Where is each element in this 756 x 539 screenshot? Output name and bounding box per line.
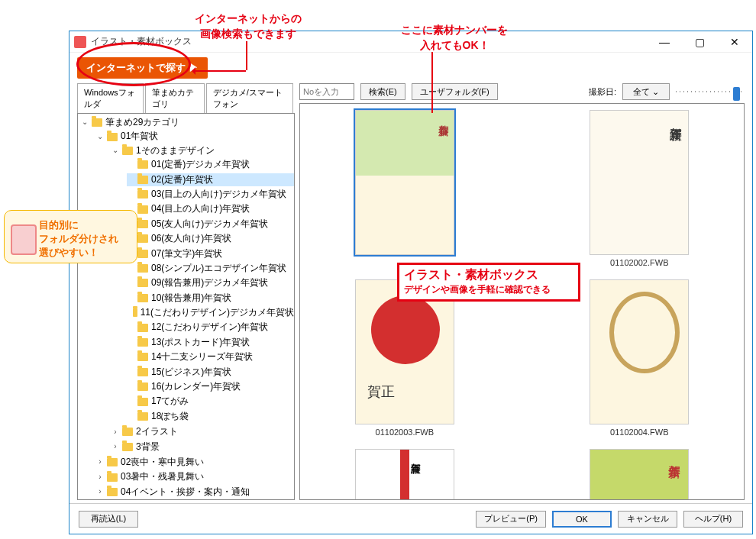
tree-leaf[interactable]: 09(報告兼用)デジカメ年賀状 (151, 276, 268, 289)
thumb-cell[interactable] (355, 449, 454, 500)
thumb-filename: 01102002.FWB (590, 258, 689, 267)
folder-icon (107, 458, 118, 466)
tree-leaf[interactable]: 04(目上の人向け)年賀状 (151, 202, 250, 215)
folder-icon (122, 443, 133, 451)
tree-node[interactable]: 01年賀状 (121, 130, 158, 143)
folder-icon (92, 118, 102, 127)
app-icon (74, 36, 86, 48)
folder-icon (107, 133, 118, 141)
tree-leaf[interactable]: 01(定番)デジカメ年賀状 (151, 158, 250, 171)
close-button[interactable]: ✕ (717, 31, 752, 53)
thumb-cell[interactable] (590, 449, 689, 500)
tree-leaf[interactable]: 10(報告兼用)年賀状 (151, 292, 231, 305)
search-row: 検索(E) ユーザフォルダ(F) 撮影日: 全て ⌄ (299, 83, 745, 103)
tree-node[interactable]: 03暑中・残暑見舞い (121, 470, 204, 483)
thumb-cell[interactable] (355, 110, 454, 267)
folder-icon (137, 294, 148, 302)
thumb-size-slider[interactable] (676, 87, 745, 96)
folder-icon (137, 412, 148, 421)
tree-node[interactable]: 3背景 (136, 441, 160, 453)
pointer-line (431, 52, 433, 113)
date-filter-select[interactable]: 全て ⌄ (622, 83, 670, 100)
thumb-cell[interactable]: 01102003.FWB (355, 279, 454, 437)
side-tip: 目的別に フォルダ分けされ 選びやすい！ (4, 210, 137, 263)
tab-fudemame-category[interactable]: 筆まめカテゴリ (145, 83, 205, 113)
number-input[interactable] (299, 83, 354, 100)
tree-leaf[interactable]: 16(カレンダー)年賀状 (151, 380, 241, 393)
tree-leaf[interactable]: 08(シンプル)エコデザイン年賀状 (151, 262, 286, 275)
folder-icon (137, 250, 148, 258)
thumbnail[interactable] (590, 110, 689, 255)
folder-icon (137, 190, 148, 198)
window-title: イラスト・素材ボックス (91, 35, 647, 48)
tree-leaf[interactable]: 12(こだわりデザイン)年賀状 (151, 321, 268, 334)
help-button[interactable]: ヘルプ(H) (683, 511, 743, 528)
folder-icon (122, 147, 133, 155)
folder-tree[interactable]: ⌄筆まめ29カテゴリ ⌄01年賀状 ⌄1そのままデザイン 01(定番)デジカメ年… (77, 113, 295, 500)
userfolder-button[interactable]: ユーザフォルダ(F) (412, 83, 498, 100)
folder-icon (137, 176, 148, 184)
folder-icon (107, 488, 118, 496)
left-panel: Windowsフォルダ 筆まめカテゴリ デジカメ/スマートフォン ⌄筆まめ29カ… (77, 83, 295, 500)
ok-button[interactable]: OK (552, 511, 612, 528)
folder-icon (137, 279, 148, 287)
tree-node[interactable]: 02喪中・寒中見舞い (121, 456, 204, 469)
thumb-cell[interactable]: 01102004.FWB (590, 279, 689, 437)
thumbnail[interactable] (355, 449, 454, 500)
tree-leaf[interactable]: 05(友人向け)デジカメ年賀状 (151, 218, 268, 231)
tree-node[interactable]: 2イラスト (136, 425, 178, 438)
tree-leaf[interactable]: 03(目上の人向け)デジカメ年賀状 (151, 188, 286, 201)
tree-leaf[interactable]: 13(ポストカード)年賀状 (151, 336, 250, 349)
thumbnail-grid[interactable]: 01102002.FWB 01102003.FWB 01102004.FWB (299, 103, 745, 500)
folder-icon (137, 234, 148, 243)
tree-leaf[interactable]: 06(友人向け)年賀状 (151, 232, 231, 245)
tree-leaf[interactable]: 17てがみ (151, 395, 189, 408)
reload-button[interactable]: 再読込(L) (79, 511, 138, 528)
callout-number: ここに素材ナンバーを 入れてもOK！ (393, 23, 515, 53)
folder-icon (137, 338, 148, 347)
tree-root[interactable]: 筆まめ29カテゴリ (105, 116, 179, 129)
thumbnail[interactable] (590, 279, 689, 424)
annotation-subtitle: デザインや画像を手軽に確認できる (404, 283, 573, 296)
dialog-footer: 再読込(L) プレビュー(P) OK キャンセル ヘルプ(H) (69, 503, 752, 534)
tree-leaf[interactable]: 07(筆文字)年賀状 (151, 247, 222, 260)
folder-icon (137, 368, 148, 376)
folder-icon (137, 382, 148, 391)
thumb-filename: 01102004.FWB (590, 428, 689, 437)
folder-icon (137, 264, 148, 273)
thumb-filename: 01102003.FWB (355, 428, 454, 437)
tree-node[interactable]: 04イベント・挨拶・案内・通知 (121, 486, 250, 499)
tree-leaf[interactable]: 15(ビジネス)年賀状 (151, 366, 231, 379)
maximize-button[interactable]: ▢ (682, 31, 717, 53)
thumb-cell[interactable]: 01102002.FWB (590, 110, 689, 267)
tree-leaf[interactable]: 11(こだわりデザイン)デジカメ年賀状 (141, 306, 294, 319)
folder-icon (137, 220, 148, 228)
folder-icon (137, 353, 148, 361)
folder-icon (133, 308, 137, 317)
source-tabs: Windowsフォルダ 筆まめカテゴリ デジカメ/スマートフォン (77, 83, 295, 113)
tree-leaf[interactable]: 18ぽち袋 (151, 410, 189, 423)
folder-icon (137, 398, 148, 406)
folder-icon (137, 160, 148, 169)
annotation-title: イラスト・素材ボックス (404, 267, 573, 283)
folder-icon (122, 428, 133, 436)
folder-icon (137, 205, 148, 214)
shoot-date-label: 撮影日: (589, 86, 616, 98)
annotation-box: イラスト・素材ボックス デザインや画像を手軽に確認できる (397, 263, 580, 302)
pointer-arrow (194, 70, 246, 72)
pointer-line (246, 41, 247, 70)
tab-camera[interactable]: デジカメ/スマートフォン (206, 83, 293, 113)
folder-icon (107, 473, 118, 482)
tree-node[interactable]: 1そのままデザイン (136, 144, 215, 157)
preview-button[interactable]: プレビュー(P) (476, 511, 546, 528)
cancel-button[interactable]: キャンセル (618, 511, 677, 528)
thumbnail[interactable] (355, 110, 454, 255)
callout-internet: インターネットからの 画像検索もできます (183, 11, 313, 41)
thumbnail[interactable] (590, 449, 689, 500)
tab-windows-folder[interactable]: Windowsフォルダ (77, 83, 144, 113)
minimize-button[interactable]: — (647, 31, 682, 53)
tree-leaf[interactable]: 02(定番)年賀状 (151, 173, 213, 186)
folder-icon (137, 324, 148, 332)
tree-leaf[interactable]: 14十二支シリーズ年賀状 (151, 350, 253, 363)
search-button[interactable]: 検索(E) (360, 83, 405, 100)
